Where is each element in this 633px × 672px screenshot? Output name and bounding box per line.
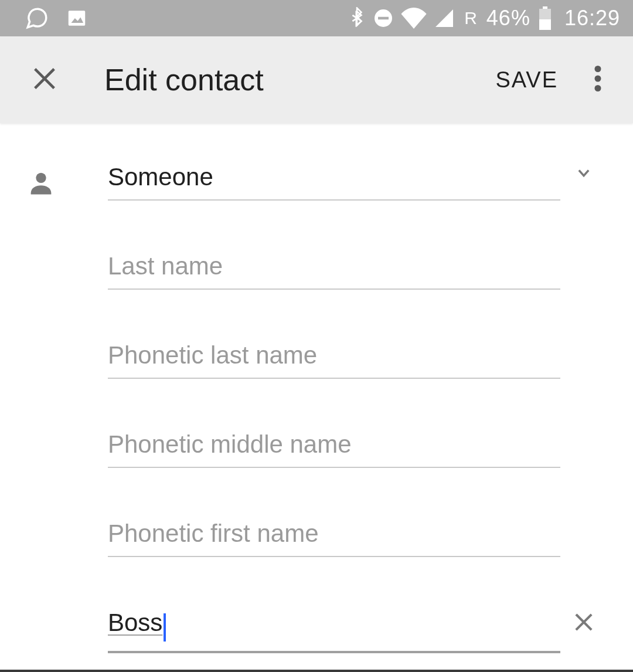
- cellular-signal-icon: [434, 8, 455, 29]
- svg-point-12: [36, 173, 46, 183]
- svg-rect-3: [378, 17, 389, 20]
- contact-form: Boss: [0, 123, 633, 672]
- wifi-icon: [401, 8, 427, 29]
- svg-point-10: [595, 76, 601, 82]
- status-bar-right: R 46% 16:29: [348, 6, 620, 30]
- nickname-value: Boss: [108, 609, 162, 637]
- last-name-field[interactable]: [108, 237, 560, 290]
- whatsapp-icon: [25, 6, 49, 30]
- svg-point-11: [595, 85, 601, 91]
- save-button[interactable]: SAVE: [486, 60, 567, 100]
- phonetic-last-input[interactable]: [108, 341, 560, 369]
- last-name-input[interactable]: [108, 252, 560, 280]
- more-vert-icon: [594, 66, 601, 94]
- phonetic-middle-input[interactable]: [108, 430, 560, 459]
- text-cursor: [164, 613, 166, 642]
- clock: 16:29: [564, 6, 620, 30]
- close-icon: [32, 66, 57, 94]
- app-bar: Edit contact SAVE: [0, 36, 633, 123]
- status-bar: R 46% 16:29: [0, 0, 633, 36]
- first-name-row: [0, 135, 633, 201]
- first-name-input[interactable]: [108, 163, 560, 191]
- phonetic-first-input[interactable]: [108, 520, 560, 548]
- svg-rect-0: [69, 11, 86, 25]
- close-button[interactable]: [27, 62, 62, 97]
- svg-rect-6: [539, 19, 551, 30]
- phonetic-first-row: [0, 491, 633, 557]
- phonetic-middle-field[interactable]: [108, 415, 560, 468]
- phonetic-last-field[interactable]: [108, 326, 560, 379]
- battery-icon: [537, 6, 553, 30]
- expand-name-button[interactable]: [560, 165, 607, 184]
- bottom-edge: [0, 670, 633, 672]
- clear-nickname-button[interactable]: [560, 610, 607, 636]
- phonetic-first-field[interactable]: [108, 504, 560, 557]
- phonetic-middle-row: [0, 402, 633, 468]
- status-bar-left: [25, 6, 88, 30]
- first-name-field[interactable]: [108, 148, 560, 201]
- phonetic-last-row: [0, 313, 633, 379]
- bluetooth-icon: [348, 7, 366, 29]
- nickname-field[interactable]: Boss: [108, 593, 560, 653]
- battery-percentage: 46%: [486, 6, 530, 30]
- do-not-disturb-icon: [373, 8, 394, 29]
- page-title: Edit contact: [104, 62, 264, 97]
- nickname-row: Boss: [0, 581, 633, 653]
- image-icon: [66, 7, 88, 29]
- person-icon: [26, 168, 56, 201]
- close-icon: [572, 610, 595, 636]
- svg-rect-4: [543, 6, 547, 9]
- roaming-indicator: R: [464, 8, 477, 28]
- more-button[interactable]: [580, 62, 615, 97]
- last-name-row: [0, 224, 633, 290]
- svg-point-9: [595, 66, 601, 72]
- chevron-down-icon: [572, 165, 595, 184]
